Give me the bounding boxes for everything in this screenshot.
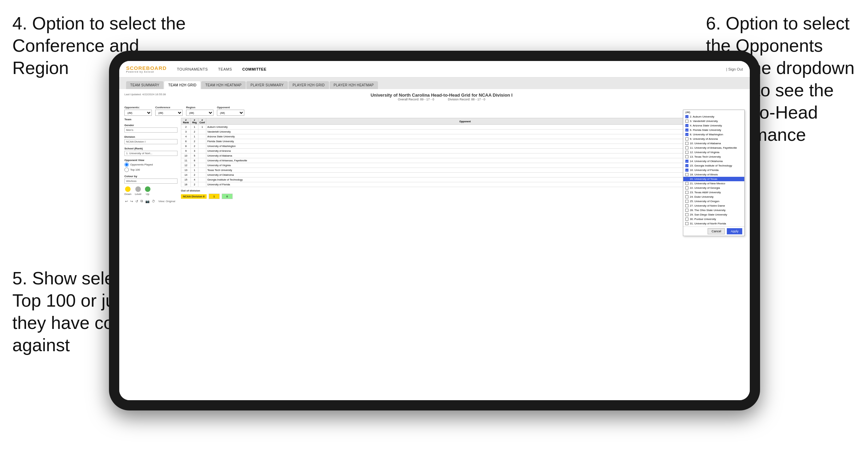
school-field: School (Rank) 1. University of Nort... xyxy=(124,147,178,156)
checkbox-icon xyxy=(685,151,688,154)
radio-opponents-played[interactable]: Opponents Played xyxy=(124,162,178,167)
division-row: NCAA Division II 1 0 xyxy=(181,194,745,199)
checkbox-icon xyxy=(685,128,688,132)
division-label: Division xyxy=(124,135,178,138)
region-select[interactable]: (All) xyxy=(186,110,213,116)
td-opponent: Florida State University xyxy=(206,139,724,144)
tab-player-h2h-heatmap[interactable]: PLAYER H2H HEATMAP xyxy=(330,81,378,89)
division-name: NCAA Division II xyxy=(181,194,207,199)
tab-player-summary[interactable]: PLAYER SUMMARY xyxy=(246,81,288,89)
th-opponent: Opponent xyxy=(206,118,724,125)
td-conf xyxy=(198,173,206,177)
td-reg: 3 xyxy=(191,163,198,168)
dropdown-item[interactable]: 27. University of Notre Dame xyxy=(683,204,744,208)
opponents-select[interactable]: (All) xyxy=(124,110,152,116)
dropdown-item[interactable]: 29. San Diego State University xyxy=(683,212,744,217)
dropdown-item[interactable]: 9. University of Arizona xyxy=(683,137,744,141)
td-rank: 13 xyxy=(181,168,191,173)
clock-btn[interactable]: ⏱ xyxy=(151,199,156,204)
th-rank: #Rank xyxy=(181,118,191,125)
checkbox-icon xyxy=(685,155,688,158)
out-of-division-label: Out of division xyxy=(181,189,200,192)
td-conf xyxy=(198,144,206,149)
nav-teams[interactable]: TEAMS xyxy=(218,67,232,71)
td-reg: 2 xyxy=(191,182,198,187)
camera-btn[interactable]: 📷 xyxy=(145,199,150,204)
checkbox-icon xyxy=(685,182,688,185)
checkbox-icon xyxy=(685,120,688,123)
nav-committee[interactable]: COMMITTEE xyxy=(242,67,267,71)
gender-label: Gender xyxy=(124,124,178,127)
table-row: 14 2 University of Oklahoma 2 2 xyxy=(181,173,745,177)
td-rank: 16 xyxy=(181,182,191,187)
tab-player-h2h-grid[interactable]: PLAYER H2H GRID xyxy=(289,81,329,89)
td-opponent: University of Washington xyxy=(206,144,724,149)
dropdown-item[interactable]: 23. Texas A&M University xyxy=(683,190,744,195)
reset-btn[interactable]: ↺ xyxy=(135,199,139,204)
td-reg: 2 xyxy=(191,139,198,144)
colour-dots: Down Level Up xyxy=(124,186,178,196)
dropdown-item[interactable]: 14. University of Oklahoma xyxy=(683,159,744,163)
tab-team-h2h-heatmap[interactable]: TEAM H2H HEATMAP xyxy=(201,81,246,89)
dropdown-item[interactable]: 16. University of Florida xyxy=(683,168,744,172)
td-reg: 2 xyxy=(191,130,198,134)
colour-label-down: Down xyxy=(124,193,131,196)
checkbox-icon xyxy=(685,133,688,136)
logo-text: SCOREBOARD Powered by Axiosd xyxy=(126,65,167,73)
dropdown-item[interactable]: 24. Duke University xyxy=(683,195,744,199)
division-win: 1 xyxy=(209,194,220,199)
dropdown-item[interactable]: 11. University of Arkansas, Fayetteville xyxy=(683,146,744,150)
td-conf xyxy=(198,168,206,173)
dropdown-item[interactable]: 21. University of New Mexico xyxy=(683,181,744,186)
opponent-label: Opponent xyxy=(217,106,244,109)
school-label: School (Rank) xyxy=(124,147,178,150)
td-conf xyxy=(198,158,206,163)
td-rank: 11 xyxy=(181,158,191,163)
td-reg: 5 xyxy=(191,153,198,158)
nav-signout[interactable]: | Sign Out xyxy=(726,67,743,71)
dropdown-item[interactable]: 6. Florida State University xyxy=(683,128,744,132)
redo-btn[interactable]: ↪ xyxy=(130,199,134,204)
conference-select[interactable]: (All) xyxy=(155,110,183,116)
td-opponent: University of Florida xyxy=(206,182,724,187)
table-row: 11 6 University of Arkansas, Fayettevill… xyxy=(181,158,745,163)
apply-button[interactable]: Apply xyxy=(727,228,742,234)
nav-tournaments[interactable]: TOURNAMENTS xyxy=(177,67,208,71)
dropdown-item[interactable]: 12. University of Virginia xyxy=(683,150,744,155)
dropdown-item[interactable]: 13. Texas Tech University xyxy=(683,155,744,159)
dropdown-item[interactable]: 15. Georgia Institute of Technology xyxy=(683,163,744,168)
td-opponent: University of Oklahoma xyxy=(206,173,724,177)
td-conf: 1 xyxy=(198,125,206,130)
opponent-dropdown[interactable]: (All) 2. Auburn University 3. Vanderbilt… xyxy=(683,118,745,236)
dropdown-item[interactable]: 31. University of North Florida xyxy=(683,221,744,226)
dropdown-item[interactable]: 25. University of Oregon xyxy=(683,199,744,204)
dropdown-item[interactable]: 20. University of Texas xyxy=(683,177,744,181)
dropdown-item[interactable]: 10. University of Alabama xyxy=(683,141,744,146)
colour-label-level: Level xyxy=(135,193,141,196)
colour-value: Win/loss xyxy=(124,179,178,184)
checkbox-icon xyxy=(685,209,688,212)
dropdown-item[interactable]: 30. Purdue University xyxy=(683,217,744,221)
view-label: View: Original xyxy=(158,200,175,203)
radio-top100[interactable]: Top 100 xyxy=(124,168,178,172)
colour-dot-down xyxy=(125,186,131,192)
opponent-select[interactable]: (All) xyxy=(217,110,244,116)
table-row: 6 2 Florida State University 4 2 xyxy=(181,139,745,144)
dropdown-item[interactable]: 3. Vanderbilt University xyxy=(683,119,744,123)
dropdown-item[interactable]: 22. University of Georgia xyxy=(683,186,744,190)
dropdown-item[interactable]: 28. The Ohio State University xyxy=(683,208,744,212)
th-reg: #Reg xyxy=(191,118,198,125)
dropdown-item[interactable]: 18. University of Illinois xyxy=(683,172,744,177)
copy-btn[interactable]: ⧉ xyxy=(140,198,144,204)
cancel-button[interactable]: Cancel xyxy=(708,228,725,234)
td-conf xyxy=(198,149,206,153)
page-title: University of North Carolina Head-to-Hea… xyxy=(166,93,717,98)
tablet-screen: SCOREBOARD Powered by Axiosd TOURNAMENTS… xyxy=(119,61,750,400)
dropdown-item[interactable]: 8. University of Washington xyxy=(683,132,744,137)
undo-btn[interactable]: ↩ xyxy=(124,199,129,204)
td-rank: 15 xyxy=(181,177,191,182)
tab-team-h2h-grid[interactable]: TEAM H2H GRID xyxy=(164,81,200,89)
dropdown-item[interactable]: 4. Arizona State University xyxy=(683,123,744,128)
table-row: 3 2 Vanderbilt University 0 4 xyxy=(181,130,745,134)
tab-team-summary[interactable]: TEAM SUMMARY xyxy=(126,81,163,89)
